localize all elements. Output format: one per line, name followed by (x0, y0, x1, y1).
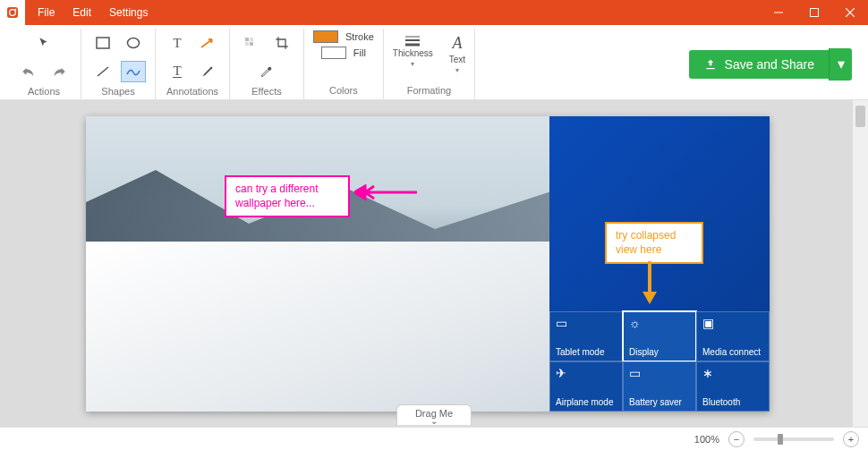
group-label-effects: Effects (251, 86, 281, 97)
svg-point-10 (210, 67, 213, 70)
svg-rect-0 (7, 7, 18, 18)
freehand-tool[interactable] (121, 61, 146, 82)
group-effects: Effects (230, 29, 304, 99)
chevron-down-icon: ▾ (455, 66, 459, 74)
tile-bluetooth[interactable]: ∗Bluetooth (696, 361, 770, 412)
svg-line-9 (98, 67, 108, 76)
menu-file[interactable]: File (29, 6, 64, 19)
highlighter-tool[interactable] (195, 61, 220, 82)
crop-tool[interactable] (269, 32, 294, 54)
svg-rect-7 (97, 38, 109, 48)
menu-edit[interactable]: Edit (64, 6, 100, 19)
annotation-callout-pink[interactable]: can try a different wallpaper here... (225, 175, 350, 217)
zoom-slider[interactable] (753, 437, 834, 441)
callout-tool[interactable]: T (165, 61, 190, 82)
save-share-button[interactable]: Save and Share (689, 50, 829, 79)
menu-settings[interactable]: Settings (100, 6, 157, 19)
text-tool[interactable]: T (165, 32, 190, 54)
chevron-down-icon: ⌄ (415, 419, 453, 424)
group-colors: Stroke Fill Colors (304, 29, 384, 99)
cloud-upload-icon (703, 57, 718, 72)
tile-tablet-mode[interactable]: ▭Tablet mode (549, 311, 623, 361)
group-label-colors: Colors (329, 85, 358, 96)
group-label-formatting: Formating (407, 85, 452, 96)
toolbar-ribbon: Actions Shapes T T Annotations E (0, 25, 868, 100)
vertical-scrollbar[interactable] (852, 100, 868, 427)
battery-icon: ▭ (629, 366, 690, 380)
svg-rect-14 (250, 42, 253, 46)
redo-button[interactable] (47, 61, 72, 82)
maximize-button[interactable] (796, 0, 832, 25)
close-button[interactable] (832, 0, 868, 25)
chevron-down-icon: ▾ (838, 55, 845, 72)
rectangle-tool[interactable] (90, 32, 115, 54)
scrollbar-thumb[interactable] (855, 106, 865, 127)
zoom-out-button[interactable]: − (728, 431, 745, 447)
app-icon (0, 0, 25, 25)
group-label-shapes: Shapes (101, 86, 134, 97)
group-actions: Actions (7, 29, 81, 99)
fill-swatch[interactable] (321, 47, 346, 59)
svg-point-8 (128, 38, 140, 48)
tile-battery-saver[interactable]: ▭Battery saver (623, 361, 696, 412)
minimize-button[interactable] (761, 0, 796, 25)
annotation-callout-orange[interactable]: try collapsed view here (605, 222, 703, 264)
group-label-actions: Actions (28, 86, 60, 97)
group-annotations: T T Annotations (156, 29, 230, 99)
stroke-label: Stroke (345, 31, 374, 42)
brightness-icon: ☼ (629, 316, 690, 330)
cast-icon: ▣ (702, 316, 763, 330)
pixelate-tool[interactable] (239, 32, 264, 54)
line-tool[interactable] (90, 61, 115, 82)
text-format-dropdown[interactable]: A Text▾ (449, 34, 465, 74)
tablet-icon: ▭ (556, 316, 617, 330)
svg-rect-12 (250, 38, 253, 41)
undo-button[interactable] (16, 61, 41, 82)
zoom-in-button[interactable]: + (843, 431, 859, 447)
captured-screenshot[interactable]: ▭Tablet mode ☼Display ▣Media connect ✈Ai… (86, 116, 770, 412)
drag-handle[interactable]: Drag Me ⌄ (396, 404, 472, 425)
annotation-arrow-pink[interactable] (354, 184, 417, 200)
zoom-slider-handle[interactable] (778, 434, 783, 445)
tile-airplane-mode[interactable]: ✈Airplane mode (549, 361, 623, 412)
canvas-area[interactable]: ▭Tablet mode ☼Display ▣Media connect ✈Ai… (0, 100, 868, 427)
wallpaper-snow (86, 242, 549, 412)
airplane-icon: ✈ (556, 366, 617, 380)
bluetooth-icon: ∗ (702, 366, 763, 380)
ellipse-tool[interactable] (121, 32, 146, 54)
stroke-swatch[interactable] (313, 30, 338, 43)
svg-point-2 (14, 9, 16, 11)
svg-point-15 (268, 67, 271, 71)
group-label-annotations: Annotations (166, 86, 218, 97)
arrow-tool[interactable] (195, 32, 220, 54)
fill-label: Fill (353, 47, 366, 58)
title-bar: File Edit Settings (0, 0, 868, 25)
group-formatting: Thickness▾ A Text▾ Formating (384, 29, 475, 99)
tile-media-connect[interactable]: ▣Media connect (696, 311, 770, 361)
action-center-tiles: ▭Tablet mode ☼Display ▣Media connect ✈Ai… (549, 311, 770, 412)
save-dropdown[interactable]: ▾ (829, 48, 852, 81)
svg-rect-4 (811, 9, 819, 17)
tile-display[interactable]: ☼Display (623, 311, 696, 361)
status-bar: 100% − + (0, 427, 868, 450)
thickness-dropdown[interactable]: Thickness▾ (393, 34, 433, 74)
group-shapes: Shapes (81, 29, 156, 99)
svg-rect-13 (245, 42, 249, 46)
svg-rect-11 (245, 38, 249, 41)
annotation-arrow-orange[interactable] (641, 261, 659, 306)
chevron-down-icon: ▾ (411, 60, 414, 68)
zoom-level: 100% (694, 434, 719, 445)
eyedropper-tool[interactable] (254, 61, 279, 82)
pointer-tool[interactable] (31, 32, 56, 54)
